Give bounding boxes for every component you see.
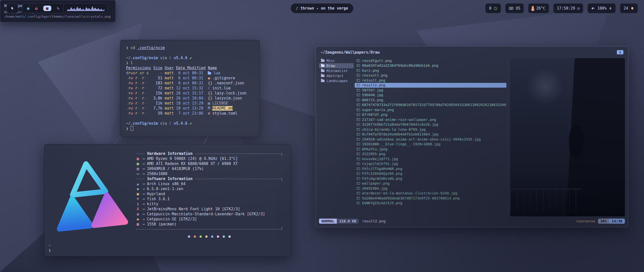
via-word: via: [160, 56, 167, 60]
clock-module[interactable]: 17:50:29 ◷: [553, 3, 583, 13]
temperature-module[interactable]: 26°C: [528, 3, 549, 13]
file-manager-window[interactable]: ~/Imagenes/Wallpapers/Draw 1 MiscDrawMin…: [315, 46, 628, 227]
workspace-icon-files[interactable]: ▣: [43, 6, 51, 11]
file-item[interactable]: 08a634fa02a32364f69ebc86a98eb1eb.png: [355, 63, 506, 68]
file-item[interactable]: 5a266e448add93deab367d87173e9f25-6837886…: [355, 196, 506, 201]
file-item[interactable]: 154928-odinokoe_anime-art-anime-okno-sin…: [355, 137, 506, 142]
perm-char: r: [135, 96, 137, 100]
prompt-input-line[interactable]: ❯: [126, 126, 254, 131]
prompt-symbol: ❯: [49, 248, 51, 253]
notifications-module[interactable]: 24: [620, 3, 638, 13]
perm-char: w: [131, 76, 133, 80]
launcher-button[interactable]: [7, 3, 18, 13]
file-item[interactable]: rsjqojlmjhf91.jpg: [355, 161, 506, 166]
workspace-switcher: ◉✿▣✎: [22, 3, 64, 13]
sidebar-folder-minimalist[interactable]: Minimalist: [319, 68, 354, 73]
json-icon: {}: [208, 81, 215, 85]
file-item[interactable]: 0c794faf07de24a4db4d4fb1eb813964.jpg: [355, 132, 506, 137]
lua-icon: ☾: [169, 56, 172, 60]
workspace-icon-web[interactable]: ◉: [27, 6, 29, 11]
file-item[interactable]: 87r687df.png: [355, 112, 506, 117]
keyboard-layout-module[interactable]: US: [505, 3, 524, 13]
perm-char: -: [137, 81, 140, 85]
perm-char: [149, 81, 151, 85]
file-item[interactable]: atardecer-en-la-montanas-ilustracion-634…: [355, 191, 506, 196]
arrow-icon: →: [142, 156, 145, 161]
file-row: .rw-r--r-- 59 matt 7 oct 23:06 ⚙ stylua.…: [126, 111, 254, 116]
file-item[interactable]: FXfcII0X0AQyn9X.png: [355, 171, 506, 176]
perm-char: -: [146, 106, 149, 111]
music-track-label: thrown - on the verge: [300, 6, 348, 11]
perm-char: -: [140, 86, 142, 90]
file-item[interactable]: ressdfgult.png: [355, 58, 506, 63]
file-item[interactable]: 217167-sad-anime-rain-wallpaper.png: [355, 117, 506, 122]
tab-badge[interactable]: 1: [617, 50, 623, 54]
sidebar-folder-abstract[interactable]: Abstract: [319, 73, 354, 78]
hardware-info-row: ▦→AMD Ryzen 9 5900X (24) @ 4.9GHz [61.3°…: [136, 156, 283, 161]
terminal-icon: ❯: [136, 202, 140, 206]
sidebar-folder-landscapes[interactable]: Landscapes: [319, 78, 354, 83]
file-item[interactable]: FXfcJlTXgAMvH6R.png: [355, 166, 506, 171]
arrow-icon: →: [142, 222, 145, 226]
file-item[interactable]: 19201080-__blue-tinge__-1920×1080.jpg: [355, 142, 506, 147]
fetch-prompt[interactable]: ~ ❯: [49, 243, 51, 253]
file-item[interactable]: FXfcHgcWIAMzs0G.png: [355, 176, 506, 181]
file-item[interactable]: 587597.jpg: [355, 88, 506, 93]
sidebar-folder-draw[interactable]: Draw: [319, 63, 354, 68]
perm-char: r: [142, 76, 144, 80]
volume-module[interactable]: 100%: [587, 3, 616, 13]
workspace-icon-design[interactable]: ✎: [57, 6, 59, 11]
music-player-module[interactable]: ♪ thrown - on the verge: [291, 3, 353, 13]
file-item[interactable]: kurz.png: [355, 68, 506, 73]
color-dot: ●: [223, 234, 225, 239]
terminal-window[interactable]: ❯ cd .config/nvim ~/.config/nvim via ☾ v…: [120, 40, 260, 137]
fetch-terminal-window[interactable]: Hardware Information┐ ▦→AMD Ryzen 9 5900…: [44, 144, 291, 256]
color-dot: ●: [194, 234, 196, 239]
image-file-icon: [357, 74, 360, 77]
file-item[interactable]: nnvuv0xj2df71.jpg: [355, 156, 506, 161]
file-item[interactable]: 68747470733a2f2f696d616765732d7769786d70…: [355, 103, 506, 108]
workspace-icon-misc[interactable]: ✿: [35, 6, 37, 11]
file-item[interactable]: chica-mirando-la-luna-8799.jpg: [355, 127, 506, 132]
file-item[interactable]: resssult.png: [355, 73, 506, 78]
terminal-cursor: [131, 126, 133, 131]
text: [163, 66, 165, 70]
perm-char: [149, 111, 151, 116]
perm-char: r: [135, 106, 137, 111]
file-item[interactable]: 20492984.jpg: [355, 186, 506, 191]
file-item[interactable]: 3122955.png: [355, 152, 506, 157]
perm-char: r: [135, 91, 137, 95]
preview-person-silhouette: [569, 125, 584, 157]
sidebar-folder-misc[interactable]: Misc: [319, 58, 354, 63]
perm-char: -: [140, 96, 142, 100]
file-item[interactable]: result2.png: [355, 83, 506, 88]
file-name: 19201080-__blue-tinge__-1920×1080.jpg: [362, 142, 440, 146]
file-name: 3126f7e9bbf21a8a4af0b67b041c6e26.jpg: [362, 122, 438, 126]
file-name: 217167-sad-anime-rain-wallpaper.png: [362, 118, 436, 122]
file-item[interactable]: 866715.png: [355, 97, 506, 103]
check-icon: ✔: [190, 56, 192, 60]
color-dot: ●: [228, 234, 231, 239]
file-name: 587597.jpg: [362, 88, 383, 92]
perm-char: r: [128, 81, 131, 85]
perm-char: r: [576, 219, 578, 223]
perm-char: -: [144, 96, 146, 100]
file-item[interactable]: EeNKYgIUcAAJ5JX.png: [355, 201, 506, 206]
cpu-graph-icon: [67, 5, 104, 12]
updates-module[interactable]: 0: [485, 3, 501, 13]
file-user: matt: [165, 96, 176, 100]
file-item[interactable]: wallpaper.png: [355, 181, 506, 186]
file-item[interactable]: re1sult.png: [355, 78, 506, 83]
file-item[interactable]: 3126f7e9bbf21a8a4af0b67b041c6e26.jpg: [355, 122, 506, 127]
file-item[interactable]: super-mario.png: [355, 107, 506, 112]
perm-char: -: [133, 96, 135, 100]
file-name: README.md: [212, 106, 233, 111]
file-item[interactable]: 8FKa7Cu.jpeg: [355, 147, 506, 152]
file-row: .rw-r--r-- 51 matt 6 oct 00:31 ◉ .gitign…: [126, 76, 254, 81]
status-bar: NORMAL 218.8 KB result2.png -rwxrwxrwx 3…: [319, 218, 625, 224]
folder-name: Minimalist: [327, 69, 348, 73]
file-item[interactable]: 596848.jpg: [355, 93, 506, 98]
memory-icon: ▤: [136, 166, 140, 171]
perm-char: -: [144, 81, 146, 85]
cpu-graph-widget[interactable]: [63, 3, 108, 13]
